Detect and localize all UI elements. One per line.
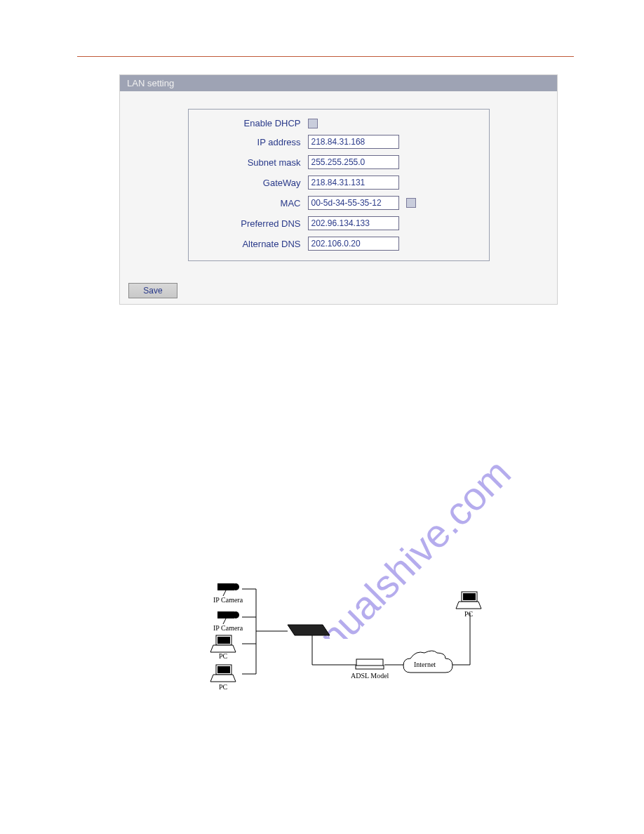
svg-marker-22 (210, 645, 236, 652)
pc-icon (210, 635, 236, 652)
ip-camera-icon (217, 583, 239, 596)
label-internet: Internet (414, 661, 436, 668)
label-ip-address: IP address (189, 137, 308, 147)
checkbox-mac[interactable] (406, 198, 416, 208)
label-pc-2: PC (219, 683, 227, 691)
form-box: Enable DHCP IP address Subnet mask GateW… (188, 109, 490, 261)
label-pc-1: PC (219, 652, 227, 660)
svg-rect-14 (217, 583, 234, 590)
svg-point-15 (232, 583, 239, 590)
svg-line-19 (223, 618, 226, 624)
input-subnet-mask[interactable] (308, 155, 399, 169)
top-divider (77, 56, 574, 57)
row-mac: MAC (189, 196, 489, 210)
svg-line-16 (223, 590, 226, 596)
label-mac: MAC (189, 198, 308, 208)
network-diagram: IP Camera IP Camera PC PC ADSL Model Int… (189, 579, 498, 706)
svg-marker-25 (210, 675, 236, 682)
row-gateway: GateWay (189, 176, 489, 190)
svg-marker-6 (288, 625, 330, 635)
pc-icon (210, 665, 236, 682)
row-dhcp: Enable DHCP (189, 118, 489, 128)
label-pc-right: PC (464, 610, 473, 618)
row-alt-dns: Alternate DNS (189, 237, 489, 251)
lan-setting-panel: LAN setting Enable DHCP IP address Subne… (119, 74, 558, 305)
svg-rect-10 (356, 666, 384, 669)
row-ip: IP address (189, 135, 489, 149)
label-enable-dhcp: Enable DHCP (189, 118, 308, 128)
form-area: Enable DHCP IP address Subnet mask GateW… (120, 91, 557, 279)
svg-rect-27 (463, 593, 476, 600)
input-gateway[interactable] (308, 176, 399, 190)
save-bar: Save (120, 279, 557, 304)
svg-rect-17 (217, 611, 234, 618)
row-subnet: Subnet mask (189, 155, 489, 169)
panel-title: LAN setting (120, 75, 557, 91)
input-ip-address[interactable] (308, 135, 399, 149)
label-subnet-mask: Subnet mask (189, 157, 308, 168)
input-mac[interactable] (308, 196, 399, 210)
label-adsl: ADSL Model (351, 672, 389, 680)
svg-rect-21 (217, 637, 230, 644)
input-preferred-dns[interactable] (308, 216, 399, 230)
label-preferred-dns: Preferred DNS (189, 218, 308, 229)
pc-icon (456, 592, 481, 609)
svg-point-18 (232, 611, 239, 618)
save-button[interactable]: Save (128, 283, 177, 298)
label-alternate-dns: Alternate DNS (189, 239, 308, 249)
ip-camera-icon (217, 611, 239, 624)
label-ip-camera-2: IP Camera (213, 624, 243, 632)
svg-marker-28 (456, 602, 481, 609)
input-alternate-dns[interactable] (308, 237, 399, 251)
label-gateway: GateWay (189, 178, 308, 188)
checkbox-enable-dhcp[interactable] (308, 119, 318, 128)
label-ip-camera-1: IP Camera (213, 596, 243, 604)
svg-rect-24 (217, 666, 230, 673)
row-pref-dns: Preferred DNS (189, 216, 489, 230)
